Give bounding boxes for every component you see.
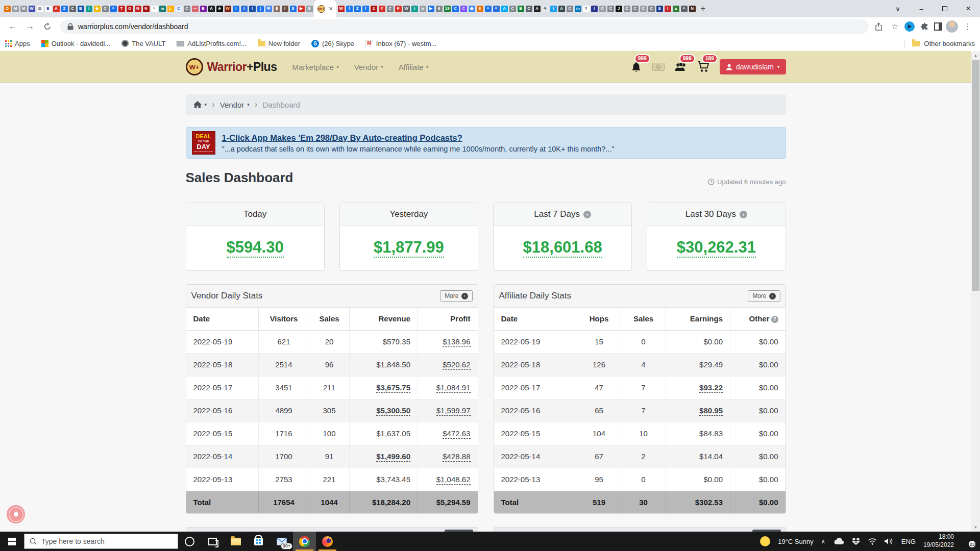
browser-tab[interactable]: ★: [216, 6, 223, 12]
browser-tab[interactable]: F: [395, 6, 402, 12]
cortana-button[interactable]: [178, 532, 201, 551]
browser-tab[interactable]: ■: [420, 6, 426, 12]
nav-vendor[interactable]: Vendor▾: [354, 63, 383, 71]
mail-button[interactable]: 99+: [270, 532, 293, 551]
active-tab[interactable]: W+ ×: [314, 0, 336, 17]
clock-datetime[interactable]: 18:00 19/05/2022: [923, 533, 954, 549]
affiliates-people[interactable]: 999: [675, 61, 687, 73]
extension-bw-icon[interactable]: [934, 22, 942, 31]
browser-tab[interactable]: ≡: [485, 6, 492, 12]
action-center-button[interactable]: 23: [962, 536, 974, 546]
browser-tab[interactable]: C: [607, 6, 614, 12]
browser-tab[interactable]: C: [526, 6, 532, 12]
bookmark-item[interactable]: The VAULT: [121, 40, 165, 47]
task-view-button[interactable]: [201, 532, 224, 551]
browser-tab[interactable]: A: [558, 6, 565, 12]
extension-icon[interactable]: [904, 21, 915, 32]
apps-shortcut[interactable]: Apps: [5, 40, 30, 47]
period-dropdown-icon[interactable]: ▾: [740, 211, 747, 218]
browser-tab[interactable]: ✉: [265, 6, 272, 12]
browser-tab[interactable]: 6: [477, 6, 483, 12]
bookmark-item[interactable]: Outlook - davidedl...: [41, 40, 111, 47]
firefox-taskbar-button[interactable]: [316, 532, 339, 551]
stat-card-value[interactable]: $18,601.68: [523, 239, 602, 258]
browser-tab[interactable]: S: [306, 6, 313, 12]
browser-tab[interactable]: Z: [61, 6, 68, 12]
browser-tab[interactable]: ▦: [37, 6, 43, 12]
browser-tab[interactable]: I: [249, 6, 256, 12]
browser-tab[interactable]: A: [208, 6, 215, 12]
file-explorer-button[interactable]: [224, 532, 247, 551]
browser-tab[interactable]: B: [78, 6, 84, 12]
taskbar-search-input[interactable]: Type here to search: [24, 534, 178, 549]
browser-tab[interactable]: m: [575, 6, 581, 12]
url-input[interactable]: warriorplus.com/vendor/dashboard: [60, 19, 869, 34]
scroll-down-arrow[interactable]: ▼: [971, 523, 980, 532]
browser-tab[interactable]: T: [118, 6, 125, 12]
browser-tab[interactable]: ▲: [673, 6, 679, 12]
money-link[interactable]: $1,499.60: [376, 452, 410, 462]
browser-tab[interactable]: C: [69, 6, 76, 12]
browser-tab[interactable]: 6: [436, 6, 443, 12]
bookmark-item[interactable]: S(26) Skype: [311, 40, 354, 47]
browser-tab[interactable]: W: [29, 6, 35, 12]
browser-tab[interactable]: 19: [444, 6, 451, 12]
money-link[interactable]: $1,048.62: [436, 475, 471, 485]
chrome-menu-icon[interactable]: ⋮: [962, 20, 974, 33]
period-dropdown-icon[interactable]: ▾: [583, 211, 591, 218]
browser-tab[interactable]: W: [403, 6, 410, 12]
browser-tab[interactable]: m: [159, 6, 166, 12]
browser-tab[interactable]: ≡: [681, 6, 688, 12]
page-scrollbar[interactable]: ▲ ▼: [971, 51, 980, 532]
browser-tab[interactable]: Y: [379, 6, 385, 12]
browser-tab[interactable]: I: [282, 6, 288, 12]
deal-of-the-day-banner[interactable]: DEAL OF THE DAY www.warriorplus.com 1-Cl…: [186, 127, 786, 159]
browser-tab[interactable]: Z: [354, 6, 361, 12]
deal-headline-link[interactable]: 1-Click App Makes 'Em 298/Day By Auto-cr…: [222, 133, 615, 143]
wifi-icon[interactable]: [868, 538, 877, 545]
browser-tab[interactable]: ▶: [428, 6, 434, 12]
dropbox-icon[interactable]: [852, 538, 860, 545]
nav-affiliate[interactable]: Affiliate▾: [399, 63, 428, 71]
more-button[interactable]: More›: [440, 290, 472, 302]
browser-tab[interactable]: B: [518, 6, 524, 12]
reload-icon[interactable]: [40, 19, 55, 34]
forward-icon[interactable]: →: [23, 19, 37, 34]
new-tab-button[interactable]: +: [700, 4, 705, 14]
microsoft-store-button[interactable]: [247, 532, 270, 551]
breadcrumb-home[interactable]: ▾: [193, 101, 207, 108]
browser-tab[interactable]: ≡: [493, 6, 500, 12]
browser-tab[interactable]: C: [648, 6, 655, 12]
browser-tab[interactable]: ≡: [151, 6, 158, 12]
browser-tab[interactable]: N: [143, 6, 150, 12]
cart[interactable]: 189: [697, 61, 709, 73]
money-link[interactable]: $472.63: [443, 429, 470, 439]
browser-tab[interactable]: Ξ: [656, 6, 663, 12]
browser-tab[interactable]: M: [12, 6, 19, 12]
browser-tab[interactable]: f: [362, 6, 369, 12]
browser-tab[interactable]: C: [640, 6, 647, 12]
stat-card-value[interactable]: $594.30: [227, 239, 284, 258]
browser-tab[interactable]: C: [509, 6, 516, 12]
browser-tab[interactable]: C: [102, 6, 109, 12]
restore-button[interactable]: [933, 0, 957, 17]
browser-tab[interactable]: N: [689, 6, 696, 12]
bookmark-item[interactable]: AdListProfits.com!...: [177, 40, 247, 47]
money-link[interactable]: $428.88: [443, 452, 470, 462]
browser-tab[interactable]: ∞: [192, 6, 199, 12]
browser-tab[interactable]: t: [86, 6, 92, 12]
browser-tab[interactable]: M: [20, 6, 27, 12]
weather-text[interactable]: 19°C Sunny: [778, 538, 814, 545]
chrome-taskbar-button[interactable]: [293, 532, 316, 551]
browser-tab[interactable]: A: [53, 6, 60, 12]
browser-tab[interactable]: C: [599, 6, 606, 12]
money-link[interactable]: $80.95: [699, 406, 723, 416]
bookmark-star-icon[interactable]: ☆: [889, 20, 901, 33]
warriorplus-logo[interactable]: W+ Warrior+Plus: [186, 58, 277, 76]
extensions-puzzle-icon[interactable]: [918, 20, 930, 33]
browser-tab[interactable]: O: [127, 6, 133, 12]
browser-tab[interactable]: C: [184, 6, 190, 12]
bookmark-item[interactable]: MInbox (67) - westm...: [365, 40, 436, 47]
browser-tab[interactable]: ?: [583, 6, 590, 12]
help-icon[interactable]: ?: [771, 316, 778, 323]
